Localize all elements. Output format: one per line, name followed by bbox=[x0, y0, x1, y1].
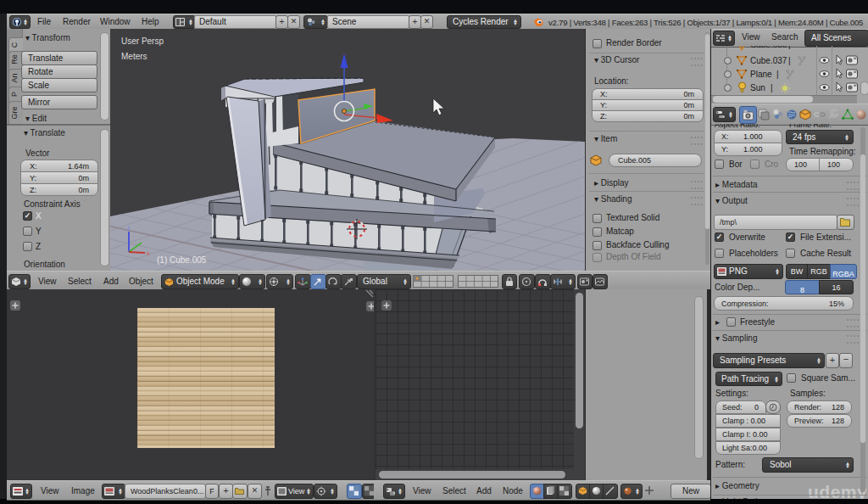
svg-text:(1) Cube.005: (1) Cube.005 bbox=[157, 255, 207, 265]
svg-text:z: z bbox=[127, 225, 131, 231]
svg-text:x: x bbox=[147, 250, 150, 256]
svg-text:Meters: Meters bbox=[121, 52, 147, 61]
svg-text:User Persp: User Persp bbox=[121, 36, 164, 46]
